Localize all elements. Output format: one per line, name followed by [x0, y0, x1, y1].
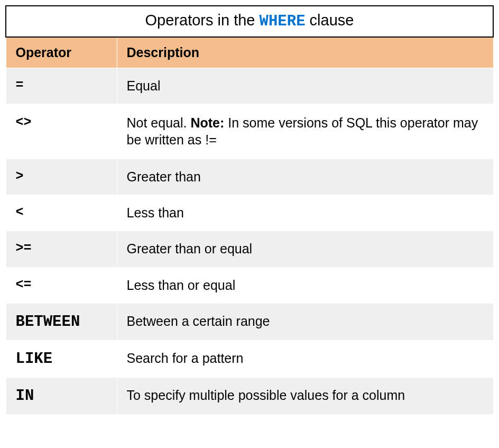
description-cell: Not equal. Note: In some versions of SQL…	[117, 104, 493, 159]
operator-cell: =	[6, 68, 117, 104]
description-cell: Between a certain range	[117, 303, 493, 340]
table-row: < Less than	[6, 195, 493, 231]
table-row: >= Greater than or equal	[6, 231, 493, 267]
operator-cell: IN	[6, 377, 117, 414]
note-label: Note:	[190, 115, 224, 130]
table-row: BETWEEN Between a certain range	[6, 303, 493, 340]
table-row: <= Less than or equal	[6, 267, 493, 303]
title-row: Operators in the WHERE clause	[6, 6, 493, 37]
table-row: = Equal	[6, 68, 493, 104]
table-row: IN To specify multiple possible values f…	[6, 377, 493, 414]
table-row: <> Not equal. Note: In some versions of …	[6, 104, 493, 159]
desc-pre: Not equal.	[127, 115, 191, 130]
operator-cell: >	[6, 159, 117, 195]
table-row: > Greater than	[6, 159, 493, 195]
operator-cell: <	[6, 195, 117, 231]
table-title: Operators in the WHERE clause	[6, 6, 493, 37]
title-suffix: clause	[306, 12, 354, 29]
operator-cell: <=	[6, 267, 117, 303]
description-cell: Search for a pattern	[117, 340, 493, 377]
description-cell: Less than	[117, 195, 493, 231]
description-cell: To specify multiple possible values for …	[117, 377, 493, 414]
description-cell: Greater than	[117, 159, 493, 195]
operator-cell: >=	[6, 231, 117, 267]
operators-table: Operators in the WHERE clause Operator D…	[5, 5, 494, 415]
description-cell: Equal	[117, 68, 493, 104]
header-description: Description	[117, 37, 493, 68]
operator-cell: <>	[6, 104, 117, 159]
table-row: LIKE Search for a pattern	[6, 340, 493, 377]
operator-cell: BETWEEN	[6, 303, 117, 340]
title-prefix: Operators in the	[145, 12, 260, 29]
header-row: Operator Description	[6, 37, 493, 68]
description-cell: Greater than or equal	[117, 231, 493, 267]
operator-cell: LIKE	[6, 340, 117, 377]
title-keyword: WHERE	[260, 13, 306, 30]
header-operator: Operator	[6, 37, 117, 68]
description-cell: Less than or equal	[117, 267, 493, 303]
